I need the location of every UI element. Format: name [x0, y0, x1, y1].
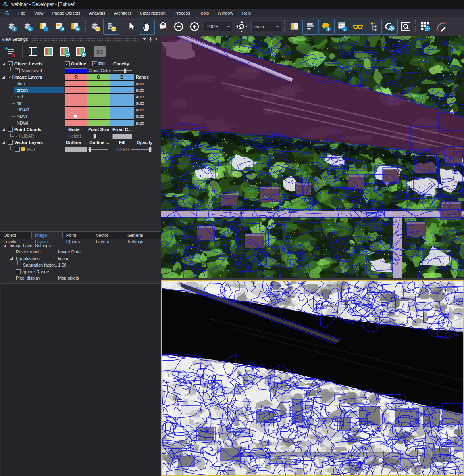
- cursor-tool-button[interactable]: [123, 19, 139, 35]
- view-settings-header[interactable]: View Settings ×: [0, 36, 161, 43]
- toolbar-grip[interactable]: [414, 19, 417, 34]
- channel-cell-g[interactable]: [87, 106, 110, 113]
- expander-icon[interactable]: [10, 257, 13, 260]
- zoom-level-combobox[interactable]: 200%: [204, 22, 232, 31]
- channel-cell-r[interactable]: [65, 93, 87, 100]
- saturation-factor-value[interactable]: 1.00: [58, 262, 66, 268]
- roi-opacity-slider[interactable]: [131, 149, 152, 150]
- menu-architect[interactable]: Architect: [110, 9, 135, 17]
- roi-fill-value[interactable]: No Fill: [116, 146, 129, 152]
- ignore-range-checkbox[interactable]: [16, 269, 21, 274]
- pan-tool-button[interactable]: [139, 19, 155, 35]
- menu-view[interactable]: View: [30, 9, 48, 17]
- settings-row-equalization[interactable]: Equalization linear: [0, 255, 161, 262]
- channel-cell-b[interactable]: [110, 106, 134, 113]
- create-project-button[interactable]: [4, 19, 20, 35]
- panel-drag-grip[interactable]: [32, 38, 140, 41]
- menu-help[interactable]: Help: [237, 9, 255, 17]
- layer-row-nir[interactable]: nir auto: [0, 100, 161, 106]
- tab-image-layers[interactable]: Image Layers: [31, 232, 63, 239]
- channel-marker-dot[interactable]: [74, 115, 77, 118]
- layer-row-lidar[interactable]: LiDAR auto: [0, 107, 161, 113]
- image-object-tree-button[interactable]: [366, 19, 382, 35]
- find-in-view-button[interactable]: [398, 19, 414, 35]
- settings-root-row[interactable]: Image Layer Settings: [0, 242, 161, 249]
- menu-classification[interactable]: Classification: [135, 9, 170, 17]
- channel-cell-b[interactable]: [110, 119, 134, 126]
- range-value[interactable]: auto: [136, 94, 144, 100]
- workspace-settings-button[interactable]: [418, 19, 433, 35]
- 3d-view-button[interactable]: 3D: [94, 46, 106, 57]
- window-layout-button[interactable]: [287, 19, 302, 35]
- view-settings-gear-button[interactable]: [382, 19, 398, 35]
- layers-history-button[interactable]: [87, 19, 103, 35]
- tree-row-new-level[interactable]: New Level Class Color: [0, 67, 161, 74]
- navigate-view-button[interactable]: [234, 19, 250, 35]
- layer-row-ndwi[interactable]: NDWI auto: [0, 120, 161, 126]
- range-value[interactable]: auto: [136, 87, 144, 93]
- expander-icon[interactable]: [2, 128, 5, 131]
- view-settings-button[interactable]: [302, 19, 318, 35]
- tab-vector-layers[interactable]: Vector Layers: [92, 232, 124, 239]
- tab-object-levels[interactable]: Object Levels: [0, 232, 31, 239]
- expander-icon[interactable]: [2, 62, 5, 65]
- channel-cell-g[interactable]: [87, 113, 110, 119]
- range-value[interactable]: auto: [136, 120, 144, 126]
- channel-cell-g[interactable]: [87, 119, 110, 126]
- open-workspace-button[interactable]: [67, 19, 83, 35]
- pin-icon[interactable]: [147, 36, 153, 42]
- class-color-swatch[interactable]: [65, 68, 87, 74]
- menu-process[interactable]: Process: [170, 9, 194, 17]
- zoom-in-button[interactable]: [187, 19, 202, 35]
- point-clouds-checkbox[interactable]: [8, 127, 13, 132]
- previous-layer-button[interactable]: [57, 44, 73, 59]
- tree-row-vector-layers[interactable]: Vector Layers Outline Outline ... Fill O…: [0, 139, 161, 146]
- expander-icon[interactable]: [3, 244, 6, 247]
- image-object-information-button[interactable]: i: [334, 19, 350, 35]
- zoom-area-button[interactable]: [155, 19, 171, 35]
- add-map-button[interactable]: [36, 19, 52, 35]
- point-size-slider[interactable]: [88, 136, 108, 136]
- class-legend-button[interactable]: i: [318, 19, 334, 35]
- import-scene-button[interactable]: [52, 19, 67, 35]
- outline-width-slider[interactable]: [88, 149, 108, 150]
- tree-row-point-cloud-lidar[interactable]: LiDAR Height: [0, 133, 161, 139]
- map-view-top[interactable]: [161, 36, 464, 278]
- range-value[interactable]: auto: [136, 100, 144, 106]
- settings-row-saturation[interactable]: Saturation factor... 1.00: [0, 262, 161, 268]
- active-map-combobox[interactable]: main: [251, 22, 281, 31]
- tree-row-point-clouds[interactable]: Point Clouds Mode Point Size Fixed C...: [0, 126, 161, 132]
- fill-checkbox[interactable]: [92, 61, 97, 66]
- channel-cell-r[interactable]: [65, 86, 87, 93]
- channel-cell-b[interactable]: [110, 113, 134, 119]
- outline-checkbox[interactable]: [65, 61, 70, 66]
- edit-polygon-button[interactable]: [433, 19, 449, 35]
- show-classification-button[interactable]: [350, 19, 366, 35]
- equalization-value[interactable]: linear: [58, 255, 69, 262]
- mode-value[interactable]: Height: [68, 133, 81, 139]
- app-menu-icon[interactable]: [4, 10, 10, 16]
- layer-row-blue[interactable]: blue auto: [0, 81, 161, 87]
- edit-layer-mixing-button[interactable]: [2, 44, 20, 59]
- channel-cell-r[interactable]: [65, 119, 87, 126]
- expander-icon[interactable]: [2, 141, 5, 144]
- channel-cell-b[interactable]: [110, 93, 134, 100]
- settings-row-ignore-range[interactable]: Ignore Range: [0, 269, 161, 275]
- menu-analysis[interactable]: Analysis: [85, 9, 110, 17]
- toolbar-grip[interactable]: [283, 19, 286, 34]
- menu-tools[interactable]: Tools: [194, 9, 214, 17]
- channel-cell-g[interactable]: [87, 86, 110, 93]
- channel-cell-r[interactable]: [65, 100, 87, 106]
- layer-row-green[interactable]: green auto: [0, 87, 161, 93]
- pixel-display-value[interactable]: Map pixels: [58, 275, 79, 281]
- range-value[interactable]: auto: [136, 81, 144, 87]
- opacity-slider[interactable]: [113, 70, 132, 71]
- column-header-b[interactable]: B: [110, 73, 134, 80]
- menu-window[interactable]: Window: [213, 9, 237, 17]
- toolbar-grip[interactable]: [1, 19, 3, 34]
- next-layer-button[interactable]: [73, 44, 89, 59]
- menu-file[interactable]: File: [14, 9, 30, 17]
- column-header-r[interactable]: R: [65, 73, 87, 80]
- tab-general-settings[interactable]: General Settings: [124, 232, 161, 239]
- lidar-checkbox[interactable]: [15, 134, 20, 138]
